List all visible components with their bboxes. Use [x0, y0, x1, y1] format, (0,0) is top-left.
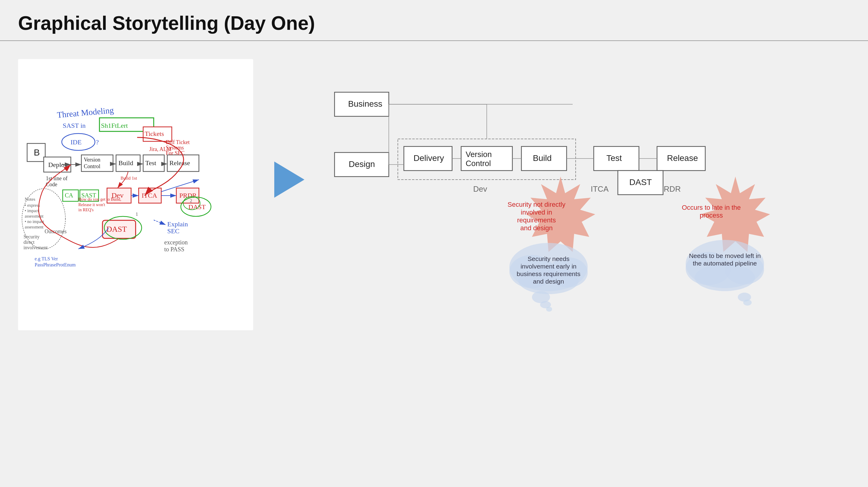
diagram-svg: Business Design Delivery Version Control… — [326, 59, 868, 330]
svg-text:Security: Security — [24, 234, 39, 240]
svg-text:process: process — [700, 212, 723, 219]
svg-text:requirements: requirements — [517, 216, 556, 224]
svg-text:Business: Business — [348, 99, 382, 109]
svg-text:DAST: DAST — [106, 225, 127, 234]
svg-text:SAST in: SAST in — [63, 122, 86, 129]
svg-text:Test: Test — [607, 153, 622, 163]
svg-text:and design: and design — [520, 224, 553, 232]
svg-text:Design: Design — [349, 159, 375, 169]
svg-text:ITCA: ITCA — [591, 184, 609, 193]
svg-text:business requirements: business requirements — [517, 270, 580, 277]
svg-text:Dev: Dev — [473, 184, 487, 193]
svg-text:Tickets: Tickets — [145, 130, 164, 138]
svg-text:and design: and design — [533, 278, 564, 285]
svg-text:e.g TLS Ver: e.g TLS Ver — [35, 256, 58, 262]
svg-text:direct: direct — [24, 240, 35, 245]
sketch-area: Threat Modeling SAST in Sh1FtLert IDE ? … — [18, 59, 253, 330]
page: Graphical Storytelling (Day One) Threat … — [0, 0, 868, 487]
svg-text:2: 2 — [190, 198, 192, 203]
header: Graphical Storytelling (Day One) — [0, 0, 868, 41]
svg-text:involved in: involved in — [521, 209, 552, 216]
svg-text:Code: Code — [46, 181, 57, 187]
svg-text:assessment: assessment — [25, 214, 43, 218]
svg-text:Systems: Systems — [166, 145, 184, 151]
svg-text:Explain: Explain — [167, 220, 188, 228]
svg-text:IDE: IDE — [70, 138, 82, 146]
svg-text:Build 1st: Build 1st — [121, 176, 137, 181]
svg-text:Test: Test — [145, 159, 156, 166]
svg-text:• express: • express — [25, 203, 40, 208]
svg-text:Version: Version — [84, 157, 100, 163]
page-title: Graphical Storytelling (Day One) — [18, 12, 850, 34]
svg-text:in REQ's: in REQ's — [79, 208, 93, 212]
svg-text:Sh1FtLert: Sh1FtLert — [101, 122, 128, 129]
svg-text:1st line of: 1st line of — [46, 175, 67, 181]
svg-text:DAST: DAST — [629, 178, 652, 187]
svg-text:Release: Release — [169, 159, 190, 166]
svg-text:Security not directly: Security not directly — [507, 201, 565, 208]
diagram-area: Business Design Delivery Version Control… — [326, 59, 868, 330]
svg-text:How do you get to Build,: How do you get to Build, — [79, 197, 121, 202]
svg-text:SEC: SEC — [167, 227, 179, 235]
sketch-svg: Threat Modeling SAST in Sh1FtLert IDE ? … — [18, 59, 253, 330]
svg-text:Security needs: Security needs — [528, 255, 569, 262]
transition-arrow — [274, 161, 304, 198]
svg-text:involvement early in: involvement early in — [521, 263, 577, 270]
svg-text:B: B — [34, 147, 40, 157]
svg-text:to PASS: to PASS — [164, 246, 184, 252]
svg-point-134 — [546, 307, 552, 312]
svg-text:the automated pipeline: the automated pipeline — [693, 260, 757, 267]
svg-text:Outcomes: Outcomes — [44, 229, 67, 235]
svg-text:Release: Release — [667, 153, 698, 163]
svg-text:assessment: assessment — [25, 225, 43, 229]
svg-text:• impact: • impact — [25, 209, 39, 213]
svg-text:ITCA: ITCA — [142, 192, 157, 199]
svg-text:Version: Version — [466, 150, 492, 159]
svg-text:Delivery: Delivery — [413, 153, 444, 163]
svg-point-129 — [695, 264, 755, 291]
svg-text:Build: Build — [533, 153, 552, 163]
svg-text:Diff Ticket: Diff Ticket — [166, 139, 190, 145]
content-area: Threat Modeling SAST in Sh1FtLert IDE ? … — [0, 41, 868, 486]
svg-text:Notes: Notes — [25, 197, 35, 202]
svg-text:Needs to be moved left in: Needs to be moved left in — [689, 252, 761, 259]
svg-text:1: 1 — [135, 212, 138, 217]
svg-text:Occurs to late in the: Occurs to late in the — [682, 204, 741, 211]
svg-text:involvement: involvement — [24, 245, 48, 250]
svg-text:PRDR: PRDR — [179, 192, 197, 199]
svg-text:exception: exception — [164, 239, 188, 246]
svg-text:Build: Build — [119, 159, 133, 166]
svg-rect-0 — [18, 59, 253, 330]
svg-text:Control: Control — [84, 163, 100, 170]
svg-text:CA: CA — [65, 192, 73, 199]
svg-text:?: ? — [96, 138, 99, 146]
svg-text:PassPhraseProtEnum: PassPhraseProtEnum — [35, 262, 76, 267]
svg-text:Release it won't: Release it won't — [79, 203, 105, 207]
transition-arrow-section — [271, 59, 307, 330]
svg-point-136 — [743, 300, 752, 306]
svg-text:Control: Control — [466, 159, 491, 168]
